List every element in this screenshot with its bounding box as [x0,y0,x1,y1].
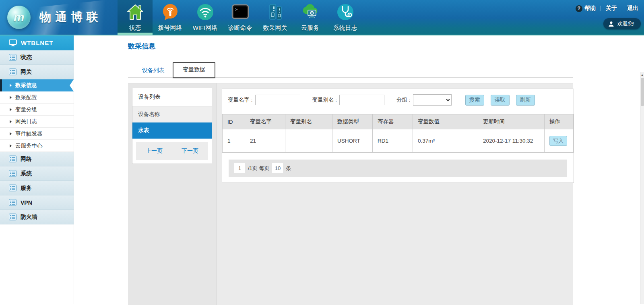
device-row-water-meter[interactable]: 水表 [132,122,212,139]
header-links: ? 帮助 关于 退出 [576,5,638,12]
sidebar-item-status[interactable]: 状态 [0,50,74,65]
list-icon [9,214,17,220]
sidebar-item-network[interactable]: 网络 [0,152,74,166]
device-panel-title: 设备列表 [132,88,212,106]
nav-item-cloud-service[interactable]: 云服务 [293,0,328,35]
sidebar-item-label: 系统 [21,170,32,177]
caret-right-icon [10,144,12,147]
next-page-link[interactable]: 下一页 [182,147,198,155]
welcome-badge[interactable]: 欢迎您! [603,18,641,29]
sidebar-item-firewall[interactable]: 防火墙 [0,210,74,224]
sidebar-item-gateway[interactable]: 网关 [0,65,74,79]
tab-device-list[interactable]: 设备列表 [134,64,173,77]
sidebar-subitem-variable-group[interactable]: 变量分组 [0,104,74,116]
nav-item-data-gateway[interactable]: 数采网关 [258,0,293,35]
list-icon [9,199,17,206]
page-number-input[interactable] [234,163,245,173]
table-header-row: ID 变量名字 变量别名 数据类型 寄存器 变量数值 更新时间 操作 [223,114,574,129]
sidebar-subitem-label: 网关日志 [15,118,37,125]
main-content: 数采信息 设备列表 变量数据 设备列表 设备名称 水表 上一页 下一页 [74,35,644,304]
col-header-type: 数据类型 [332,114,373,129]
variable-name-input[interactable] [255,95,300,105]
link-divider [601,6,601,11]
svg-text:>_: >_ [235,7,240,12]
sidebar-subitem-gateway-log[interactable]: 网关日志 [0,116,74,128]
nav-item-system-log[interactable]: 系统日志 [328,0,363,35]
sidebar-subitem-cloud-center[interactable]: 云服务中心 [0,140,74,152]
read-button[interactable]: 读取 [491,95,510,106]
system-log-icon [336,3,355,21]
sidebar-item-label: 网关 [21,68,32,76]
help-label: 帮助 [584,5,596,12]
device-list-panel: 设备列表 设备名称 水表 上一页 下一页 [132,88,212,164]
brand-name: 物通博联 [39,9,102,25]
sidebar-subitem-event-trigger[interactable]: 事件触发器 [0,128,74,140]
variable-alias-label: 变量别名 : [312,96,337,104]
sidebar-subitem-label: 数采配置 [15,94,37,101]
variable-table: ID 变量名字 变量别名 数据类型 寄存器 变量数值 更新时间 操作 [222,114,574,153]
cloud-service-icon [301,3,320,21]
search-button[interactable]: 搜索 [465,95,484,106]
caret-right-icon [10,96,12,99]
variable-name-label: 变量名字 : [228,96,253,104]
refresh-button[interactable]: 刷新 [516,95,535,106]
page-title: 数采信息 [128,41,573,51]
gateway-icon [266,3,285,21]
caret-right-icon [10,132,12,135]
link-divider [622,6,622,11]
sidebar-item-label: VPN [21,199,32,206]
nav-item-wifi-network[interactable]: WIFI网络 [188,0,223,35]
tab-bar: 设备列表 变量数据 [128,63,573,78]
sidebar-item-label: 服务 [21,185,32,192]
about-link[interactable]: 关于 [606,5,617,12]
monitor-icon [9,39,17,46]
logout-label: 退出 [627,5,638,12]
variable-data-panel: 变量名字 : 变量别名 : 分组 : 搜索 读取 刷新 [222,89,574,183]
page-size-input[interactable] [272,163,283,173]
variable-alias-input[interactable] [339,95,384,105]
search-form: 变量名字 : 变量别名 : 分组 : 搜索 读取 刷新 [222,89,574,110]
group-label: 分组 : [396,96,411,104]
list-icon [9,68,17,75]
col-header-register: 寄存器 [373,114,413,129]
brand-logo-mark: m [14,10,25,24]
nav-label: 系统日志 [333,24,357,32]
welcome-text: 欢迎您! [617,20,634,27]
cell-id: 1 [223,129,245,153]
col-header-value: 变量数值 [413,114,478,129]
table-row: 1 21 USHORT RD1 0.37m³ 2020-12-17 11:30:… [223,129,574,153]
page-count-text: /1页 每页 [248,165,269,172]
sidebar-item-vpn[interactable]: VPN [0,195,74,210]
help-link[interactable]: ? 帮助 [576,5,596,12]
nav-label: 状态 [129,24,141,32]
tab-variable-data[interactable]: 变量数据 [173,62,215,78]
cell-updated: 2020-12-17 11:30:32 [478,129,545,153]
sidebar-subitem-data-info[interactable]: 数采信息 [0,79,74,91]
list-icon [9,54,17,61]
logout-link[interactable]: 退出 [627,5,638,12]
vertical-scrollbar[interactable]: ▲ [640,72,644,304]
caret-right-icon [10,84,12,87]
device-pager: 上一页 下一页 [136,142,208,160]
write-button[interactable]: 写入 [549,136,567,146]
sidebar-subitem-label: 云服务中心 [15,142,43,149]
variable-data-area: 变量名字 : 变量别名 : 分组 : 搜索 读取 刷新 [217,83,579,305]
prev-page-link[interactable]: 上一页 [146,147,163,155]
sidebar-item-system[interactable]: 系统 [0,166,74,181]
scrollbar-thumb[interactable] [641,78,644,106]
nav-item-diagnostic-command[interactable]: >_ 诊断命令 [223,0,258,35]
list-icon [9,156,17,162]
nav-label: 拨号网络 [158,24,182,32]
terminal-icon: >_ [231,3,250,21]
col-header-updated: 更新时间 [478,114,545,129]
sidebar-subitem-data-config[interactable]: 数采配置 [0,91,74,104]
caret-right-icon [10,120,12,123]
sidebar-subitem-label: 变量分组 [15,106,37,113]
group-select[interactable] [413,94,452,106]
cell-type: USHORT [332,129,373,153]
nav-item-status[interactable]: 状态 [118,0,153,35]
nav-item-dial-network[interactable]: 拨号网络 [153,0,188,35]
scroll-up-icon[interactable]: ▲ [640,72,644,77]
sidebar-item-service[interactable]: 服务 [0,181,74,195]
col-header-alias: 变量别名 [285,114,332,129]
